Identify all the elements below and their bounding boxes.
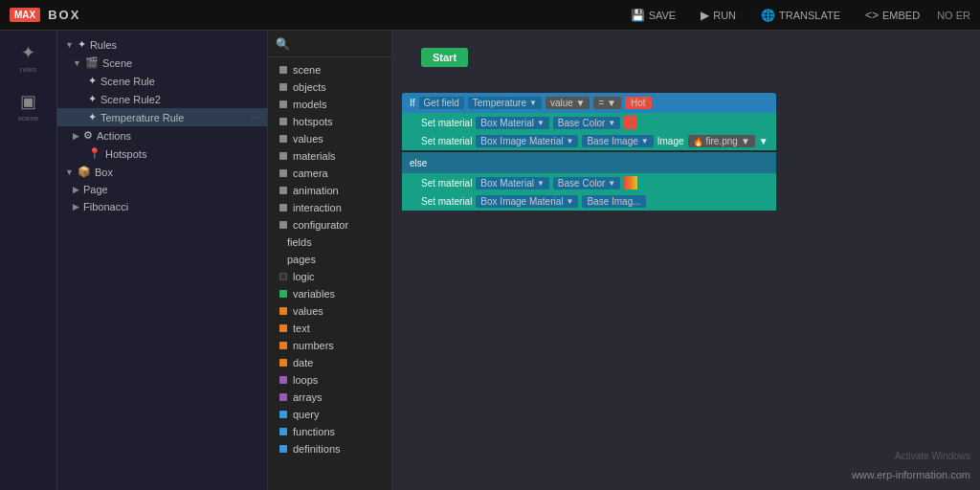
logo: MAX — [10, 8, 40, 22]
tree-item-scene-rule2[interactable]: ✦ Scene Rule2 — [57, 90, 267, 108]
category-hotspots[interactable]: hotspots — [268, 113, 391, 130]
search-bar-area: 🔍 — [268, 31, 391, 57]
base-color-pill-1[interactable]: Base Color ▼ — [553, 117, 620, 129]
set-material-block-2: Set material Box Image Material ▼ Base I… — [402, 132, 776, 150]
tree-panel: ▼ ✦ Rules ▼ 🎬 Scene ✦ Scene Rule ✦ Scene… — [57, 31, 268, 490]
embed-button[interactable]: <> EMBED — [858, 6, 927, 25]
tree-item-rules[interactable]: ▼ ✦ Rules — [57, 35, 267, 54]
if-block-group: If Get field Temperature ▼ value ▼ = ▼ H… — [402, 93, 776, 211]
tree-item-page[interactable]: ▶ Page — [57, 181, 267, 198]
activate-windows-text: Activate Windows — [895, 451, 970, 461]
canvas-area[interactable]: Start If Get field Temperature ▼ value ▼ — [392, 31, 980, 490]
logo-text: MAX — [14, 10, 35, 20]
else-set-material-block-2: Set material Box Image Material ▼ Base I… — [402, 192, 776, 211]
category-values[interactable]: values — [268, 130, 391, 147]
embed-icon: <> — [865, 9, 879, 22]
category-materials[interactable]: materials — [268, 147, 391, 165]
tree-item-scene[interactable]: ▼ 🎬 Scene — [57, 54, 267, 72]
else-box-material-pill[interactable]: Box Material ▼ — [476, 177, 549, 189]
blocks-panel-wrapper: 🔍 scene objects models hotspots values m… — [268, 31, 392, 490]
watermark-url: www.erp-information.com — [852, 469, 970, 480]
topbar: MAX BOX 💾 SAVE ▶ RUN 🌐 TRANSLATE <> EMBE… — [0, 0, 980, 31]
save-button[interactable]: 💾 SAVE — [623, 6, 684, 25]
category-logic[interactable]: logic — [268, 268, 391, 285]
fire-png-pill[interactable]: 🔥 fire.png ▼ — [688, 135, 755, 147]
else-base-image-pill[interactable]: Base Imag... — [582, 195, 645, 208]
tree-item-actions[interactable]: ▶ ⚙ Actions — [57, 126, 267, 145]
search-icon: 🔍 — [276, 37, 290, 51]
run-button[interactable]: ▶ RUN — [693, 6, 744, 25]
box-image-material-pill-1[interactable]: Box Image Material ▼ — [476, 135, 578, 147]
tree-item-scene-rule[interactable]: ✦ Scene Rule — [57, 72, 267, 90]
value-pill[interactable]: value ▼ — [546, 97, 590, 109]
category-animation[interactable]: animation — [268, 182, 391, 199]
start-block-label: Start — [421, 48, 468, 67]
color-swatch-1[interactable] — [624, 116, 637, 129]
category-fields[interactable]: fields — [268, 234, 391, 251]
else-block: else — [402, 152, 776, 173]
translate-button[interactable]: 🌐 TRANSLATE — [753, 6, 848, 25]
category-arrays[interactable]: arrays — [268, 389, 391, 406]
app-title: BOX — [48, 8, 622, 22]
else-set-material-block-1: Set material Box Material ▼ Base Color ▼ — [402, 173, 776, 192]
tree-item-temperature-rule[interactable]: ✦ Temperature Rule ··· — [57, 108, 267, 126]
category-variables[interactable]: variables — [268, 285, 391, 302]
category-query[interactable]: query — [268, 406, 391, 423]
category-models[interactable]: models — [268, 96, 391, 113]
tree-item-box[interactable]: ▼ 📦 Box — [57, 163, 267, 181]
tree-item-hotspots[interactable]: 📍 Hotspots — [57, 145, 267, 163]
sidebar-rules-icon[interactable]: ✦ rules — [11, 40, 46, 75]
category-pages[interactable]: pages — [268, 251, 391, 268]
set-material-block-1: Set material Box Material ▼ Base Color ▼ — [402, 113, 776, 132]
save-icon: 💾 — [631, 9, 645, 22]
category-camera[interactable]: camera — [268, 165, 391, 182]
temperature-pill[interactable]: Temperature ▼ — [468, 97, 542, 109]
blocks-panel: scene objects models hotspots values mat… — [268, 57, 392, 490]
hot-badge: Hot — [625, 97, 652, 109]
if-block: If Get field Temperature ▼ value ▼ = ▼ H… — [402, 93, 776, 113]
category-definitions[interactable]: definitions — [268, 440, 391, 457]
main-layout: ✦ rules ▣ scene ▼ ✦ Rules ▼ 🎬 Scene ✦ Sc… — [0, 31, 980, 490]
translate-icon: 🌐 — [761, 9, 775, 22]
topbar-actions: 💾 SAVE ▶ RUN 🌐 TRANSLATE <> EMBED NO ER — [623, 6, 970, 25]
category-text[interactable]: text — [268, 320, 391, 337]
category-objects[interactable]: objects — [268, 78, 391, 96]
equals-pill[interactable]: = ▼ — [593, 97, 621, 109]
search-input[interactable] — [290, 38, 384, 50]
category-numbers[interactable]: numbers — [268, 337, 391, 354]
no-er-label: NO ER — [937, 10, 970, 21]
box-material-pill-1[interactable]: Box Material ▼ — [476, 117, 549, 129]
run-icon: ▶ — [701, 9, 709, 22]
icon-sidebar: ✦ rules ▣ scene — [0, 31, 57, 490]
tree-item-fibonacci[interactable]: ▶ Fibonacci — [57, 198, 267, 215]
get-field-pill[interactable]: Get field — [419, 97, 464, 109]
start-block: Start — [421, 48, 468, 69]
color-swatch-2[interactable] — [624, 176, 637, 189]
category-values2[interactable]: values — [268, 302, 391, 320]
sidebar-scene-icon[interactable]: ▣ scene — [11, 89, 46, 123]
category-interaction[interactable]: interaction — [268, 199, 391, 216]
else-box-image-material-pill[interactable]: Box Image Material ▼ — [476, 195, 578, 208]
category-functions[interactable]: functions — [268, 423, 391, 440]
category-configurator[interactable]: configurator — [268, 216, 391, 234]
else-base-color-pill[interactable]: Base Color ▼ — [553, 177, 620, 189]
category-scene[interactable]: scene — [268, 61, 391, 78]
category-date[interactable]: date — [268, 354, 391, 371]
category-loops[interactable]: loops — [268, 371, 391, 389]
base-image-pill-1[interactable]: Base Image ▼ — [582, 135, 653, 147]
